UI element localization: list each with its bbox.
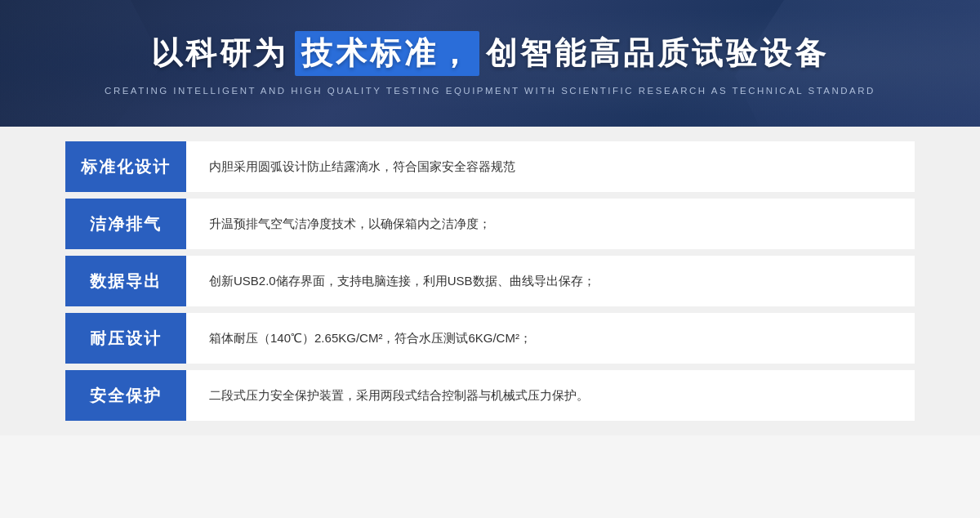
feature-label-3: 耐压设计 <box>65 313 186 364</box>
feature-row-1: 洁净排气 升温预排气空气洁净度技术，以确保箱内之洁净度； <box>65 199 915 249</box>
feature-row-3: 耐压设计 箱体耐压（140℃）2.65KG/CM²，符合水压测试6KG/CM²； <box>65 313 915 364</box>
feature-content-3: 箱体耐压（140℃）2.65KG/CM²，符合水压测试6KG/CM²； <box>186 313 915 364</box>
feature-row-0: 标准化设计 内胆采用圆弧设计防止结露滴水，符合国家安全容器规范 <box>65 141 915 192</box>
feature-label-1: 洁净排气 <box>65 199 186 249</box>
feature-label-0: 标准化设计 <box>65 141 186 192</box>
feature-row-4: 安全保护 二段式压力安全保护装置，采用两段式结合控制器与机械式压力保护。 <box>65 370 915 421</box>
features-section: 标准化设计 内胆采用圆弧设计防止结露滴水，符合国家安全容器规范 洁净排气 升温预… <box>0 127 980 435</box>
hero-subtitle: Creating Intelligent and High Quality Te… <box>105 86 875 96</box>
hero-banner: 以科研为 技术标准， 创智能高品质试验设备 Creating Intellige… <box>0 0 980 127</box>
title-prefix: 以科研为 <box>151 33 288 74</box>
feature-content-4: 二段式压力安全保护装置，采用两段式结合控制器与机械式压力保护。 <box>186 370 915 421</box>
bg-decoration-left <box>0 0 163 127</box>
title-suffix: 创智能高品质试验设备 <box>486 33 829 74</box>
feature-content-0: 内胆采用圆弧设计防止结露滴水，符合国家安全容器规范 <box>186 141 915 192</box>
feature-content-1: 升温预排气空气洁净度技术，以确保箱内之洁净度； <box>186 199 915 249</box>
feature-content-2: 创新USB2.0储存界面，支持电脑连接，利用USB数据、曲线导出保存； <box>186 256 915 306</box>
feature-row-2: 数据导出 创新USB2.0储存界面，支持电脑连接，利用USB数据、曲线导出保存； <box>65 256 915 306</box>
feature-label-2: 数据导出 <box>65 256 186 306</box>
feature-label-4: 安全保护 <box>65 370 186 421</box>
title-highlight: 技术标准， <box>295 31 479 76</box>
main-title: 以科研为 技术标准， 创智能高品质试验设备 <box>151 31 829 76</box>
